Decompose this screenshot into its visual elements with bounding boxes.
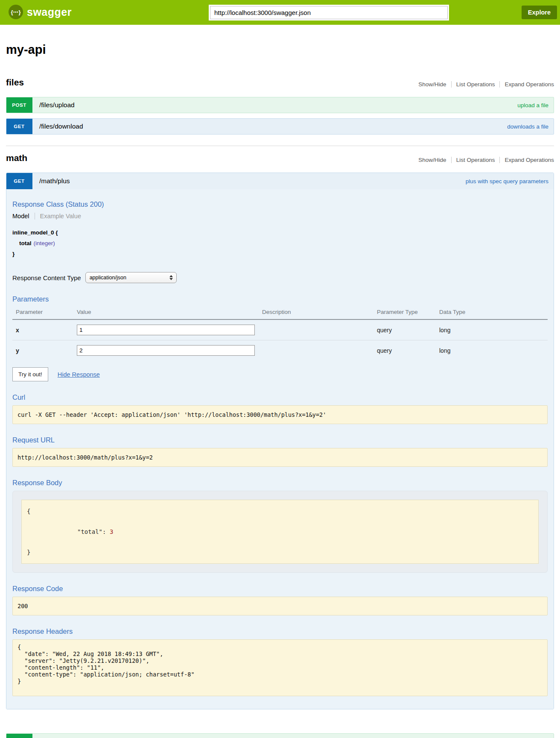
list-operations-link[interactable]: List Operations bbox=[451, 157, 500, 163]
list-operations-link[interactable]: List Operations bbox=[451, 81, 500, 88]
operation-path[interactable]: /math/plus bbox=[39, 734, 70, 738]
model-close-brace: } bbox=[12, 249, 548, 259]
operation-post-math-plus: POST /math/plus plus with spec body para… bbox=[6, 733, 554, 738]
col-header-value: Value bbox=[73, 307, 259, 319]
model-name: inline_model_0 { bbox=[12, 227, 548, 238]
col-header-parameter: Parameter bbox=[12, 307, 73, 319]
request-url-value: http://localhost:3000/math/plus?x=1&y=2 bbox=[12, 448, 548, 467]
operation-heading[interactable]: GET /files/download downloads a file bbox=[6, 118, 554, 135]
parameter-row-x: x query long bbox=[12, 319, 548, 340]
response-headers-heading: Response Headers bbox=[12, 627, 548, 636]
expand-operations-link[interactable]: Expand Operations bbox=[499, 157, 554, 163]
operation-summary[interactable]: plus with spec body parameters bbox=[467, 734, 548, 738]
resource-name[interactable]: math bbox=[6, 153, 27, 163]
spec-url-input[interactable] bbox=[210, 6, 448, 19]
parameter-row-y: y query long bbox=[12, 340, 548, 361]
explore-button[interactable]: Explore bbox=[522, 6, 557, 19]
app-header: {⋯} swagger Explore bbox=[0, 0, 560, 25]
operation-heading[interactable]: POST /files/upload upload a file bbox=[6, 97, 554, 113]
response-code-heading: Response Code bbox=[12, 585, 548, 593]
parameter-description bbox=[259, 340, 373, 361]
response-body-heading: Response Body bbox=[12, 479, 548, 487]
parameter-value-input-y[interactable] bbox=[77, 345, 255, 356]
parameter-data-type: long bbox=[436, 319, 548, 340]
try-it-out-button[interactable]: Try it out! bbox=[12, 367, 48, 381]
resource-divider bbox=[6, 146, 554, 146]
response-class-heading: Response Class (Status 200) bbox=[12, 200, 548, 208]
model-property-type: (integer) bbox=[34, 240, 55, 246]
method-badge[interactable]: POST bbox=[6, 97, 32, 113]
json-open-brace: { bbox=[27, 506, 533, 516]
response-content-type-label: Response Content Type bbox=[12, 274, 81, 281]
parameter-name: y bbox=[12, 340, 73, 361]
parameter-name: x bbox=[12, 319, 73, 340]
swagger-logo-icon: {⋯} bbox=[9, 5, 23, 19]
json-colon: : bbox=[102, 528, 110, 535]
operation-get-math-plus: GET /math/plus plus with spec query para… bbox=[6, 173, 554, 709]
operation-get-files-download: GET /files/download downloads a file bbox=[6, 118, 554, 135]
brand-name: swagger bbox=[27, 6, 72, 18]
col-header-data-type: Data Type bbox=[436, 307, 548, 319]
model-signature: inline_model_0 { total(integer) } bbox=[12, 227, 548, 259]
parameter-type: query bbox=[373, 319, 436, 340]
parameter-value-input-x[interactable] bbox=[77, 325, 255, 335]
col-header-description: Description bbox=[259, 307, 373, 319]
json-key: "total" bbox=[77, 528, 102, 535]
model-property-name: total bbox=[19, 240, 32, 246]
response-body-json: { "total": 3 } bbox=[21, 500, 539, 564]
method-badge[interactable]: POST bbox=[6, 733, 32, 738]
page-title: my-api bbox=[6, 43, 554, 57]
json-close-brace: } bbox=[27, 547, 533, 557]
operation-path[interactable]: /math/plus bbox=[39, 173, 70, 189]
request-url-heading: Request URL bbox=[12, 436, 548, 444]
curl-heading: Curl bbox=[12, 393, 548, 401]
show-hide-link[interactable]: Show/Hide bbox=[414, 157, 451, 163]
swagger-logo: {⋯} swagger bbox=[9, 5, 72, 19]
parameter-data-type: long bbox=[436, 340, 548, 361]
expand-operations-link[interactable]: Expand Operations bbox=[499, 81, 554, 88]
model-tabs: Model Example Value bbox=[12, 213, 548, 220]
resource-header-math: math Show/Hide List Operations Expand Op… bbox=[6, 153, 554, 163]
operation-summary[interactable]: downloads a file bbox=[507, 119, 548, 134]
hide-response-link[interactable]: Hide Response bbox=[58, 371, 100, 378]
parameter-description bbox=[259, 319, 373, 340]
curl-command: curl -X GET --header 'Accept: applicatio… bbox=[12, 405, 548, 424]
response-content-type-select[interactable]: application/json bbox=[85, 272, 177, 283]
method-badge[interactable]: GET bbox=[6, 173, 32, 189]
json-value: 3 bbox=[110, 528, 113, 535]
method-badge[interactable]: GET bbox=[6, 118, 32, 135]
operation-summary[interactable]: upload a file bbox=[517, 97, 548, 113]
resource-name[interactable]: files bbox=[6, 77, 24, 88]
response-code-value: 200 bbox=[12, 597, 548, 615]
col-header-parameter-type: Parameter Type bbox=[373, 307, 436, 319]
tab-example-value[interactable]: Example Value bbox=[35, 213, 81, 220]
show-hide-link[interactable]: Show/Hide bbox=[414, 81, 451, 88]
operation-path[interactable]: /files/upload bbox=[39, 97, 75, 113]
parameters-heading: Parameters bbox=[12, 295, 548, 303]
response-body-container: { "total": 3 } bbox=[12, 491, 548, 573]
tab-model[interactable]: Model bbox=[12, 213, 29, 220]
resource-header-files: files Show/Hide List Operations Expand O… bbox=[6, 77, 554, 88]
operation-heading[interactable]: POST /math/plus plus with spec body para… bbox=[6, 733, 554, 738]
parameters-table: Parameter Value Description Parameter Ty… bbox=[12, 307, 548, 360]
operation-heading[interactable]: GET /math/plus plus with spec query para… bbox=[6, 173, 554, 189]
operation-path[interactable]: /files/download bbox=[39, 119, 83, 134]
parameter-type: query bbox=[373, 340, 436, 361]
operation-summary[interactable]: plus with spec query parameters bbox=[466, 173, 548, 189]
operation-expanded-content: Response Class (Status 200) Model Exampl… bbox=[6, 189, 554, 709]
operation-post-files-upload: POST /files/upload upload a file bbox=[6, 97, 554, 113]
response-headers-json: { "date": "Wed, 22 Aug 2018 18:49:13 GMT… bbox=[12, 639, 548, 696]
